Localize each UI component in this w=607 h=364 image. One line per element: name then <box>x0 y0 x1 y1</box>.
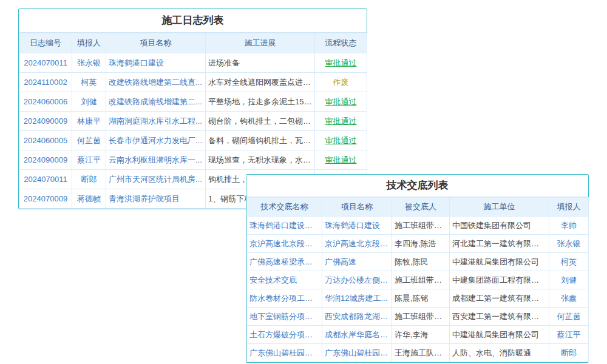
project-name-link[interactable]: 广佛高速 <box>325 257 389 268</box>
project-name-link[interactable]: 成都水岸华庭名苑... <box>325 329 389 340</box>
project-name-link-cell: 长春市伊通河水力发电厂... <box>106 131 206 150</box>
log-id-link[interactable]: 2024060006 <box>22 97 69 106</box>
briefed-person-text-cell: 施工班组带班... <box>392 271 450 289</box>
table-row: 2024090009蔡江平云南水利枢纽潜明水库一...现场巡查，无积水现象，水马… <box>19 150 367 170</box>
technical-disclosure-panel: 技术交底列表 技术交底名称 项目名称 被交底人 施工单位 填报人 珠海鹤港口建设… <box>246 174 589 363</box>
progress-text: 备料，砌间墙钩机排土，瓦工... <box>208 135 312 146</box>
reporter-link[interactable]: 断郎 <box>552 348 586 359</box>
technical-disclosure-table: 技术交底名称 项目名称 被交底人 施工单位 填报人 珠海鹤港口建设抗浮...珠海… <box>246 197 589 362</box>
project-name-link[interactable]: 珠海鹤港口建设 <box>325 220 389 231</box>
project-name-link[interactable]: 改建铁路线增建第二线直... <box>109 77 203 88</box>
briefed-person-text: 李四海,陈浩 <box>395 238 447 249</box>
project-name-link-cell: 改建铁路成渝线增建第二... <box>106 92 206 112</box>
construction-unit-text: 成都建工第一建筑有限责任公司 <box>452 293 546 304</box>
column-header-disclosure-name: 技术交底名称 <box>247 198 322 217</box>
reporter-link[interactable]: 蔡江平 <box>552 329 586 340</box>
column-header-reporter: 填报人 <box>549 198 589 217</box>
construction-unit-text: 中建港航局集团有限公司 <box>452 257 546 268</box>
reporter-link[interactable]: 何芷茵 <box>75 135 103 146</box>
briefed-person-text-cell: 陈牧,陈民 <box>392 253 450 271</box>
reporter-link[interactable]: 刘健 <box>75 96 103 107</box>
reporter-link[interactable]: 何芷茵 <box>552 311 586 322</box>
reporter-link[interactable]: 李帅 <box>552 220 586 231</box>
project-name-link[interactable]: 改建铁路成渝线增建第二... <box>109 96 203 107</box>
project-name-link[interactable]: 珠海鹤港口建设 <box>109 58 203 69</box>
briefed-person-text-cell: 施工班组带班... <box>392 217 450 235</box>
project-name-link-cell: 成都水岸华庭名苑... <box>322 326 392 344</box>
reporter-link-cell: 张永银 <box>549 235 589 253</box>
status-link-cell: 作废 <box>315 73 367 92</box>
construction-unit-text: 中国铁建集团有限公司 <box>452 220 546 231</box>
disclosure-name-link[interactable]: 广东佛山碧桂园项目... <box>249 348 319 359</box>
status-link[interactable]: 审批通过 <box>317 155 364 166</box>
briefed-person-text: 陈牧,陈民 <box>395 257 447 268</box>
project-name-link[interactable]: 万达办公楼左侧A... <box>325 275 389 286</box>
disclosure-name-link[interactable]: 土石方爆破分项工程... <box>249 329 319 340</box>
briefed-person-text: 许华,李海 <box>395 329 447 340</box>
column-header-log-id: 日志编号 <box>19 33 72 53</box>
briefed-person-text: 陈晨,陈铭 <box>395 293 447 304</box>
reporter-link-cell: 李帅 <box>549 217 589 235</box>
reporter-link[interactable]: 柯英 <box>552 257 586 268</box>
reporter-link[interactable]: 柯英 <box>75 77 103 88</box>
technical-disclosure-body: 珠海鹤港口建设抗浮...珠海鹤港口建设施工班组带班...中国铁建集团有限公司李帅… <box>247 217 589 362</box>
status-link[interactable]: 审批通过 <box>317 96 364 107</box>
status-link[interactable]: 审批通过 <box>317 58 364 69</box>
project-name-link-cell: 改建铁路线增建第二线直... <box>106 73 206 92</box>
table-row: 广佛高速桥梁承台施...广佛高速陈牧,陈民中建港航局集团有限公司柯英 <box>247 253 589 271</box>
table-row: 2024110002柯英改建铁路线增建第二线直...水车对全线遮阳网覆盖点进行.… <box>19 73 367 92</box>
status-link[interactable]: 审批通过 <box>317 116 364 127</box>
briefed-person-text: 施工班组带班... <box>395 275 447 286</box>
reporter-link[interactable]: 张鑫 <box>552 293 586 304</box>
status-link[interactable]: 作废 <box>317 77 364 88</box>
construction-unit-text: 中建港航局集团有限公司 <box>452 329 546 340</box>
log-id-link[interactable]: 2024060005 <box>22 136 69 145</box>
log-id-link[interactable]: 2024090009 <box>22 155 69 164</box>
disclosure-name-link[interactable]: 珠海鹤港口建设抗浮... <box>249 220 319 231</box>
reporter-link[interactable]: 张永银 <box>552 238 586 249</box>
reporter-link[interactable]: 张永银 <box>75 58 103 69</box>
status-link[interactable]: 审批通过 <box>317 135 364 146</box>
column-header-construction-unit: 施工单位 <box>450 198 549 217</box>
disclosure-name-link-cell: 珠海鹤港口建设抗浮... <box>247 217 322 235</box>
log-id-link[interactable]: 2024090009 <box>22 116 69 126</box>
project-name-link[interactable]: 云南水利枢纽潜明水库一... <box>109 155 203 166</box>
disclosure-name-link[interactable]: 京沪高速北京段维修... <box>249 238 319 249</box>
project-name-link[interactable]: 广东佛山碧桂园项目 <box>325 348 389 359</box>
header-row: 技术交底名称 项目名称 被交底人 施工单位 填报人 <box>247 198 589 217</box>
column-header-project: 项目名称 <box>322 198 392 217</box>
project-name-link[interactable]: 京沪高速北京段维修 <box>325 238 389 249</box>
project-name-link-cell: 广州市天河区统计局机房... <box>106 170 206 189</box>
column-header-briefed-person: 被交底人 <box>392 198 450 217</box>
reporter-link[interactable]: 蒋德帧 <box>75 194 103 204</box>
reporter-link[interactable]: 蔡江平 <box>75 155 103 166</box>
progress-text-cell: 备料，砌间墙钩机排土，瓦工... <box>206 131 315 150</box>
log-id-link[interactable]: 2024110002 <box>22 78 69 87</box>
project-name-link[interactable]: 西安成都路龙湖上... <box>325 311 389 322</box>
project-name-link[interactable]: 长春市伊通河水力发电厂... <box>109 135 203 146</box>
reporter-link[interactable]: 刘健 <box>552 275 586 286</box>
reporter-link[interactable]: 断郎 <box>75 174 103 185</box>
disclosure-name-link[interactable]: 地下室钢筋分项工程... <box>249 311 319 322</box>
project-name-link[interactable]: 广州市天河区统计局机房... <box>109 174 203 185</box>
construction-unit-text: 河北建工第一建筑有限责任公司 <box>452 238 546 249</box>
project-name-link[interactable]: 湖南洞庭湖水库引水工程... <box>109 116 203 127</box>
construction-log-title: 施工日志列表 <box>19 9 367 33</box>
log-id-link[interactable]: 2024070009 <box>22 194 69 203</box>
table-row: 2024060005何芷茵长春市伊通河水力发电厂...备料，砌间墙钩机排土，瓦工… <box>19 131 367 150</box>
log-id-link[interactable]: 2024070011 <box>22 58 69 67</box>
disclosure-name-link[interactable]: 防水卷材分项工程施... <box>249 293 319 304</box>
project-name-link[interactable]: 华润12城房建工... <box>325 293 389 304</box>
project-name-link-cell: 云南水利枢纽潜明水库一... <box>106 150 206 170</box>
reporter-link[interactable]: 林康平 <box>75 116 103 127</box>
briefed-person-text: 王海施工队全队 <box>395 348 447 359</box>
disclosure-name-link[interactable]: 安全技术交底 <box>249 275 319 286</box>
construction-unit-text-cell: 中建港航局集团有限公司 <box>450 253 549 271</box>
project-name-link[interactable]: 青海洪湖养护院项目 <box>109 194 203 204</box>
progress-text-cell: 进场准备 <box>206 53 315 73</box>
log-id-link[interactable]: 2024070011 <box>22 175 69 184</box>
log-id-link-cell: 2024090009 <box>19 150 72 170</box>
disclosure-name-link[interactable]: 广佛高速桥梁承台施... <box>249 257 319 268</box>
project-name-link-cell: 青海洪湖养护院项目 <box>106 189 206 209</box>
progress-text: 进场准备 <box>208 58 312 69</box>
